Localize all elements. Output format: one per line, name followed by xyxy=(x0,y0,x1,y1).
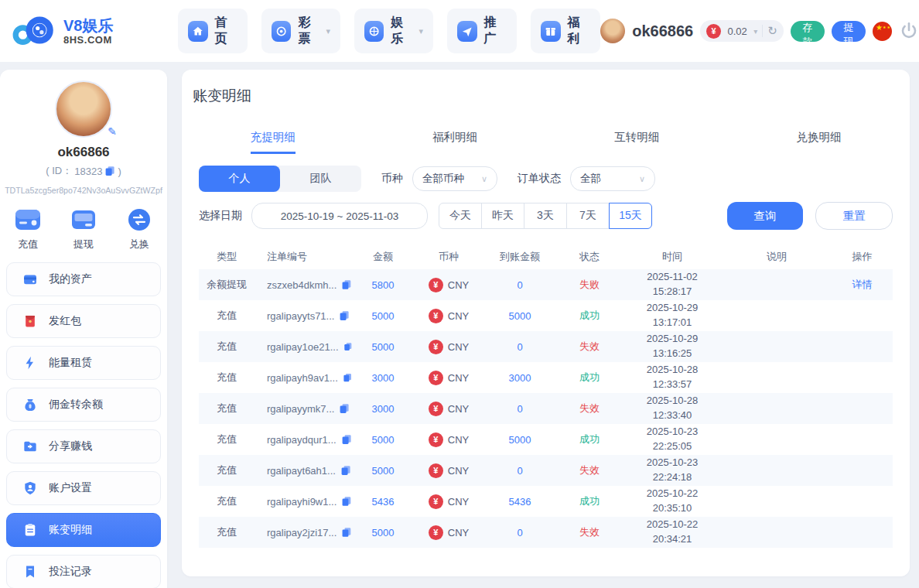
sidebar-item-5[interactable]: 账户设置 xyxy=(6,471,161,505)
wallet-address[interactable]: TDTLa5zcg5er8po742Nv3oAuSvvGZtWZpf xyxy=(0,186,167,195)
cell-received[interactable]: 5000 xyxy=(483,300,556,331)
nav-item-4[interactable]: 福利 xyxy=(531,9,600,53)
cell-amount[interactable]: 3000 xyxy=(352,362,414,393)
edit-avatar-icon[interactable]: ✎ xyxy=(108,125,117,138)
sidebar-item-7[interactable]: 投注记录 xyxy=(6,555,161,588)
range-button-3[interactable]: 7天 xyxy=(566,203,610,229)
sidebar-item-3[interactable]: 佣金转余额 xyxy=(6,388,161,422)
copy-icon[interactable] xyxy=(339,310,350,321)
currency-select[interactable]: 全部币种 ∨ xyxy=(412,166,497,191)
copy-icon[interactable] xyxy=(341,527,352,538)
table-row: 余额提现 zszxeb4dkmh... 5800 ¥CNY 0 失败 2025-… xyxy=(199,269,893,300)
cell-received[interactable]: 0 xyxy=(483,331,556,362)
copy-icon[interactable] xyxy=(339,403,350,414)
scope-button-1[interactable]: 团队 xyxy=(280,166,361,192)
cell-amount[interactable]: 5000 xyxy=(352,517,414,548)
cell-order-no: rgalipayyts71... xyxy=(255,300,352,331)
logout-icon[interactable] xyxy=(899,21,919,41)
cell-amount[interactable]: 5800 xyxy=(352,269,414,300)
main-panel: 账变明细 充提明细 福利明细 互转明细 兑换明细 个人团队 币种 全部币种 ∨ … xyxy=(182,70,910,576)
copy-icon[interactable] xyxy=(341,434,352,445)
cell-amount[interactable]: 3000 xyxy=(352,393,414,424)
nav-item-2[interactable]: 娱乐 ▾ xyxy=(354,9,433,53)
range-button-2[interactable]: 3天 xyxy=(524,203,567,229)
quick-action-0[interactable]: 充值 xyxy=(14,206,42,251)
detail-tabs: 充提明细 福利明细 互转明细 兑换明细 xyxy=(182,130,910,154)
caret-down-icon: ▾ xyxy=(326,26,331,36)
nav-item-label: 首页 xyxy=(215,15,238,47)
scope-button-0[interactable]: 个人 xyxy=(199,166,280,192)
quick-action-1[interactable]: 提现 xyxy=(70,206,97,251)
cell-received[interactable]: 0 xyxy=(483,517,556,548)
refresh-icon[interactable]: ↻ xyxy=(767,24,777,38)
cell-received[interactable]: 0 xyxy=(483,393,556,424)
tab-0[interactable]: 充提明细 xyxy=(182,130,364,154)
deposit-button[interactable]: 存款 xyxy=(791,21,825,42)
tab-3[interactable]: 兑换明细 xyxy=(728,130,910,154)
detail-link[interactable]: 详情 xyxy=(852,279,873,290)
quick-action-2[interactable]: 兑换 xyxy=(125,206,153,251)
query-button[interactable]: 查询 xyxy=(727,202,803,230)
cny-icon: ¥ xyxy=(706,24,721,39)
cell-amount[interactable]: 5000 xyxy=(352,331,414,362)
sidebar-item-6[interactable]: 账变明细 xyxy=(6,513,161,547)
caret-down-icon[interactable]: ▾ xyxy=(753,27,757,36)
copy-icon[interactable] xyxy=(104,166,115,176)
range-button-0[interactable]: 今天 xyxy=(439,203,482,229)
header-username[interactable]: ok66866 xyxy=(632,22,693,40)
sidebar-item-label: 投注记录 xyxy=(49,565,92,579)
cell-received[interactable]: 5000 xyxy=(483,424,556,455)
copy-icon[interactable] xyxy=(340,465,351,476)
sidebar-menu: 我的资产 发红包 能量租赁 佣金转余额 分享赚钱 账户设置 账变明细 投注记录 xyxy=(0,262,167,588)
balance-widget[interactable]: ¥ 0.02 ▾ ↻ xyxy=(700,20,784,42)
cell-amount[interactable]: 5000 xyxy=(352,300,414,331)
sidebar-item-4[interactable]: 分享赚钱 xyxy=(6,429,161,463)
cell-amount[interactable]: 5000 xyxy=(352,424,414,455)
cny-icon: ¥ xyxy=(429,278,443,292)
tab-label: 互转明细 xyxy=(614,130,659,154)
sidebar-item-2[interactable]: 能量租赁 xyxy=(6,346,161,380)
column-header: 注单编号 xyxy=(255,244,352,269)
cell-note xyxy=(722,393,832,424)
table-row: 充值 rgalipayhi9w1... 5436 ¥CNY 5436 成功 20… xyxy=(199,486,893,517)
commission-icon xyxy=(22,397,38,412)
copy-icon[interactable] xyxy=(343,341,352,352)
cell-received[interactable]: 0 xyxy=(483,269,556,300)
withdraw-button[interactable]: 提现 xyxy=(832,21,866,42)
cell-amount[interactable]: 5436 xyxy=(352,486,414,517)
cell-received[interactable]: 3000 xyxy=(483,362,556,393)
cell-time: 2025-11-0215:28:17 xyxy=(623,269,722,300)
header-avatar[interactable] xyxy=(600,19,625,43)
range-button-4[interactable]: 15天 xyxy=(609,203,652,229)
sidebar-avatar[interactable] xyxy=(55,80,112,138)
reset-button[interactable]: 重置 xyxy=(815,202,893,230)
nav-item-1[interactable]: 彩票 ▾ xyxy=(261,9,340,53)
date-range-input[interactable]: 2025-10-19 ~ 2025-11-03 xyxy=(251,203,428,229)
nav-item-0[interactable]: 首页 xyxy=(178,9,248,53)
sidebar-item-1[interactable]: 发红包 xyxy=(6,304,161,338)
tab-1[interactable]: 福利明细 xyxy=(364,130,545,154)
copy-icon[interactable] xyxy=(343,372,352,383)
brand-logo-icon xyxy=(11,12,59,50)
table-wrap: 类型注单编号金额币种到账金额状态时间说明操作 余额提现 zszxeb4dkmh.… xyxy=(182,244,910,548)
sidebar-item-0[interactable]: 我的资产 xyxy=(6,262,161,296)
language-flag-icon[interactable]: ★ ★★ xyxy=(873,22,892,41)
cell-note xyxy=(722,517,832,548)
cell-received[interactable]: 5436 xyxy=(483,486,556,517)
promotion-icon xyxy=(457,21,477,42)
range-button-1[interactable]: 昨天 xyxy=(481,203,524,229)
cell-type: 充值 xyxy=(199,300,255,331)
tab-2[interactable]: 互转明细 xyxy=(546,130,728,154)
brand[interactable]: V8娱乐 8HS.COM xyxy=(11,12,172,50)
copy-icon[interactable] xyxy=(341,496,352,507)
cell-action xyxy=(832,424,893,455)
cell-amount[interactable]: 5000 xyxy=(352,455,414,486)
settings-icon xyxy=(22,480,38,496)
energy-icon xyxy=(22,355,38,371)
nav-item-3[interactable]: 推广 xyxy=(447,9,517,53)
copy-icon[interactable] xyxy=(341,279,352,290)
cny-icon: ¥ xyxy=(429,463,443,478)
cell-type: 充值 xyxy=(199,517,255,548)
cell-received[interactable]: 0 xyxy=(483,455,556,486)
order-status-select[interactable]: 全部 ∨ xyxy=(570,166,655,191)
